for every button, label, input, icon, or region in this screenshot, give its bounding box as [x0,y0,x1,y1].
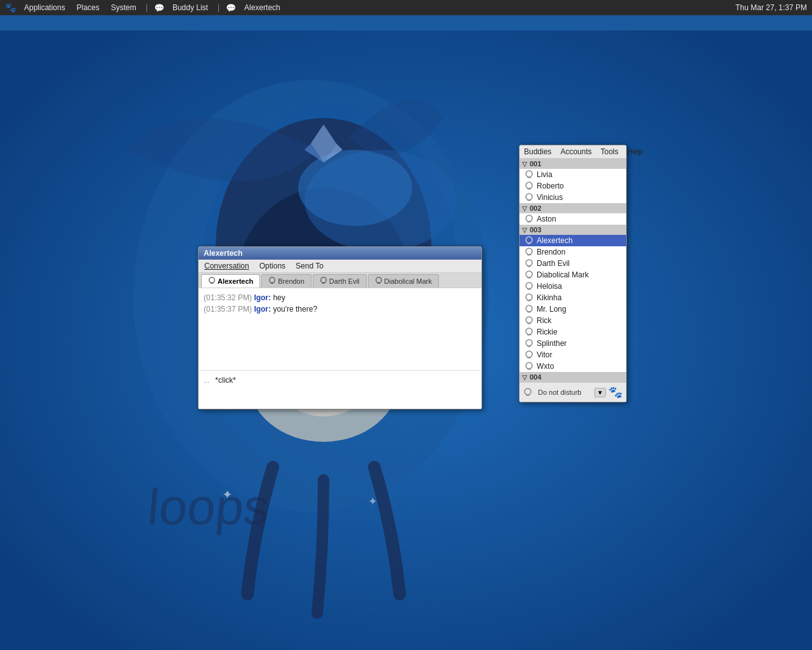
chat-tab-alexertech[interactable]: Alexertech [201,274,260,288]
svg-point-31 [526,305,532,312]
chat-title: Alexertech [204,249,242,258]
buddy-kikinha-icon [525,293,534,302]
buddy-menu-accounts[interactable]: Accounts [558,147,593,157]
status-label: Do not disturb [538,388,592,396]
svg-point-32 [526,317,532,323]
buddy-vinicius-name: Vinicius [537,193,563,202]
buddy-item-vitor[interactable]: Vitor [520,349,626,361]
buddy-livia-name: Livia [537,170,553,179]
buddy-menu-help[interactable]: Help [625,147,645,157]
svg-point-15 [298,150,412,226]
buddy-rickie-name: Rickie [537,328,558,336]
buddy-item-brendon[interactable]: Brendon [520,246,626,258]
buddy-list-window: Buddies Accounts Tools Help ▽ 001 Livia [519,145,627,402]
buddy-item-darth-evil[interactable]: Darth Evil [520,258,626,269]
svg-point-27 [526,260,532,266]
pidgin-logo: 🐾 [608,385,622,399]
svg-point-28 [526,271,532,277]
status-dropdown-button[interactable]: ▼ [594,388,606,397]
buddy-item-diabolical-mark[interactable]: Diabolical Mark [520,269,626,281]
buddy-menu-buddies[interactable]: Buddies [522,147,553,157]
taskbar-chat-window[interactable]: Alexertech [241,2,284,13]
buddy-rickie-icon [525,328,534,336]
taskbar-sep1: | [146,3,148,12]
buddy-item-mr-long[interactable]: Mr. Long [520,303,626,315]
buddy-item-aston[interactable]: Aston [520,213,626,225]
buddy-item-heloisa[interactable]: Heloisa [520,281,626,292]
svg-point-22 [526,182,532,189]
buddy-aston-name: Aston [537,215,556,223]
chat-ellipsis: ... [204,376,215,384]
buddy-list-footer: Do not disturb ▼ 🐾 [520,382,626,402]
chat-tab-diabolical-mark-label: Diabolical Mark [384,277,432,285]
svg-point-39 [270,277,275,283]
msg1-time: (01:35:32 PM) [204,293,254,302]
buddy-roberto-name: Roberto [537,182,564,190]
buddy-vinicius-icon [525,193,534,202]
svg-point-33 [526,328,532,335]
buddy-rick-name: Rick [537,316,551,325]
buddy-diabolical-mark-icon [525,270,534,279]
buddy-group-004[interactable]: ▽ 004 [520,372,626,382]
buddy-list-menubar: Buddies Accounts Tools Help [520,145,626,159]
buddy-group-003[interactable]: ▽ 003 [520,225,626,235]
buddy-splinther-name: Splinther [537,339,566,348]
chat-taskbar-icon: 💬 [226,3,236,13]
buddy-item-alexertech[interactable]: Alexertech [520,235,626,246]
svg-point-34 [526,340,532,346]
buddy-item-wxto[interactable]: Wxto [520,361,626,372]
buddy-wxto-name: Wxto [537,362,554,371]
buddy-group-003-label: 003 [530,226,541,234]
svg-point-26 [526,248,532,255]
buddy-heloisa-name: Heloisa [537,282,562,291]
buddy-item-roberto[interactable]: Roberto [520,180,626,192]
msg2-time: (01:35:37 PM) [204,305,254,314]
message-row-1: (01:35:32 PM) Igor: hey [204,292,476,303]
taskbar-logo-icon: 🐾 [5,3,16,13]
svg-text:✦: ✦ [368,495,377,508]
buddy-mr-long-name: Mr. Long [537,305,566,314]
buddy-item-vinicius[interactable]: Vinicius [520,192,626,203]
buddy-list-content: ▽ 001 Livia Roberto [520,159,626,382]
chat-input-area[interactable]: ... *click* [199,371,481,409]
taskbar: 🐾 Applications Places System | 💬 Buddy L… [0,0,812,15]
buddy-item-rick[interactable]: Rick [520,315,626,326]
buddy-group-002[interactable]: ▽ 002 [520,203,626,213]
chat-tab-darth-evil[interactable]: Darth Evil [313,274,367,288]
buddy-group-002-arrow: ▽ [522,205,527,212]
buddy-item-livia[interactable]: Livia [520,169,626,180]
svg-point-38 [209,277,215,283]
message-row-2: (01:35:37 PM) Igor: you're there? [204,303,476,315]
buddy-darth-evil-name: Darth Evil [537,259,570,268]
chat-menu-conversation[interactable]: Conversation [202,261,251,271]
taskbar-buddy-list[interactable]: Buddy List [169,2,211,13]
buddy-diabolical-mark-name: Diabolical Mark [537,270,589,279]
buddy-menu-tools[interactable]: Tools [599,147,620,157]
taskbar-system[interactable]: System [108,2,140,13]
msg1-text: hey [271,293,285,302]
chat-menu-send-to[interactable]: Send To [294,261,325,271]
buddy-heloisa-icon [525,282,534,291]
svg-point-41 [376,277,381,283]
buddy-item-rickie[interactable]: Rickie [520,326,626,338]
svg-text:✦: ✦ [222,488,233,501]
chat-menubar: Conversation Options Send To [199,260,481,273]
chat-tab-diabolical-mark[interactable]: Diabolical Mark [368,274,439,288]
buddy-group-002-label: 002 [530,204,541,212]
buddy-item-kikinha[interactable]: Kikinha [520,292,626,303]
taskbar-applications[interactable]: Applications [21,2,69,13]
buddy-wxto-icon [525,362,534,371]
buddy-item-splinther[interactable]: Splinther [520,338,626,349]
buddy-group-001[interactable]: ▽ 001 [520,159,626,169]
chat-tab-alexertech-icon [208,277,216,286]
chat-menu-options[interactable]: Options [258,261,287,271]
taskbar-places[interactable]: Places [74,2,103,13]
svg-point-40 [321,277,327,283]
buddy-aston-icon [525,215,534,223]
buddy-vitor-name: Vitor [537,350,552,359]
chat-tab-diabolical-mark-icon [375,277,383,286]
buddy-group-001-arrow: ▽ [522,161,527,168]
buddy-vitor-icon [525,350,534,359]
chat-tab-brendon[interactable]: Brendon [261,274,311,288]
buddy-brendon-name: Brendon [537,248,565,256]
